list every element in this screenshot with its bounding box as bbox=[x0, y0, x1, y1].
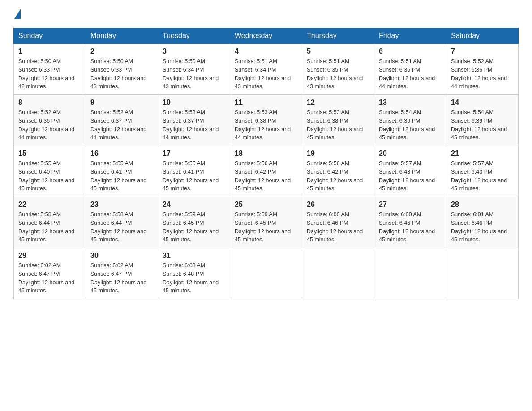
calendar-cell: 7 Sunrise: 5:52 AM Sunset: 6:36 PM Dayli… bbox=[446, 44, 519, 95]
calendar-table: SundayMondayTuesdayWednesdayThursdayFrid… bbox=[13, 28, 519, 299]
day-number: 23 bbox=[90, 201, 153, 209]
day-number: 12 bbox=[307, 98, 369, 107]
day-info: Sunrise: 5:53 AM Sunset: 6:37 PM Dayligh… bbox=[163, 108, 225, 142]
day-info: Sunrise: 5:55 AM Sunset: 6:41 PM Dayligh… bbox=[90, 159, 153, 193]
day-info: Sunrise: 6:00 AM Sunset: 6:46 PM Dayligh… bbox=[379, 210, 442, 244]
weekday-header-row: SundayMondayTuesdayWednesdayThursdayFrid… bbox=[14, 28, 519, 44]
day-number: 24 bbox=[163, 201, 225, 209]
calendar-cell: 13 Sunrise: 5:54 AM Sunset: 6:39 PM Dayl… bbox=[374, 95, 446, 146]
day-info: Sunrise: 5:57 AM Sunset: 6:43 PM Dayligh… bbox=[379, 159, 442, 193]
day-number: 26 bbox=[307, 201, 369, 209]
calendar-cell bbox=[446, 248, 519, 299]
calendar-cell: 31 Sunrise: 6:03 AM Sunset: 6:48 PM Dayl… bbox=[158, 248, 230, 299]
day-info: Sunrise: 5:56 AM Sunset: 6:42 PM Dayligh… bbox=[235, 159, 297, 193]
logo bbox=[13, 9, 21, 19]
day-number: 18 bbox=[235, 150, 297, 158]
day-number: 14 bbox=[451, 98, 514, 107]
day-info: Sunrise: 5:59 AM Sunset: 6:45 PM Dayligh… bbox=[163, 210, 225, 244]
calendar-cell: 16 Sunrise: 5:55 AM Sunset: 6:41 PM Dayl… bbox=[86, 146, 158, 197]
calendar-cell: 10 Sunrise: 5:53 AM Sunset: 6:37 PM Dayl… bbox=[158, 95, 230, 146]
day-info: Sunrise: 5:53 AM Sunset: 6:38 PM Dayligh… bbox=[307, 108, 369, 142]
calendar-cell: 28 Sunrise: 6:01 AM Sunset: 6:46 PM Dayl… bbox=[446, 197, 519, 248]
weekday-header-thursday: Thursday bbox=[302, 28, 374, 44]
page-header bbox=[13, 9, 519, 19]
day-info: Sunrise: 5:51 AM Sunset: 6:35 PM Dayligh… bbox=[307, 57, 369, 91]
day-number: 11 bbox=[235, 98, 297, 107]
day-number: 8 bbox=[18, 98, 81, 107]
day-info: Sunrise: 5:50 AM Sunset: 6:34 PM Dayligh… bbox=[163, 57, 225, 91]
weekday-header-wednesday: Wednesday bbox=[230, 28, 302, 44]
day-info: Sunrise: 5:51 AM Sunset: 6:34 PM Dayligh… bbox=[235, 57, 297, 91]
calendar-cell: 24 Sunrise: 5:59 AM Sunset: 6:45 PM Dayl… bbox=[158, 197, 230, 248]
day-number: 19 bbox=[307, 150, 369, 158]
day-number: 9 bbox=[90, 98, 153, 107]
calendar-cell: 15 Sunrise: 5:55 AM Sunset: 6:40 PM Dayl… bbox=[14, 146, 86, 197]
day-info: Sunrise: 5:58 AM Sunset: 6:44 PM Dayligh… bbox=[18, 210, 81, 244]
calendar-cell bbox=[230, 248, 302, 299]
day-number: 13 bbox=[379, 98, 442, 107]
day-number: 27 bbox=[379, 201, 442, 209]
day-number: 4 bbox=[235, 47, 297, 56]
calendar-cell: 5 Sunrise: 5:51 AM Sunset: 6:35 PM Dayli… bbox=[302, 44, 374, 95]
day-info: Sunrise: 6:03 AM Sunset: 6:48 PM Dayligh… bbox=[163, 261, 225, 295]
calendar-week-row: 22 Sunrise: 5:58 AM Sunset: 6:44 PM Dayl… bbox=[14, 197, 519, 248]
calendar-cell: 9 Sunrise: 5:52 AM Sunset: 6:37 PM Dayli… bbox=[86, 95, 158, 146]
calendar-cell: 11 Sunrise: 5:53 AM Sunset: 6:38 PM Dayl… bbox=[230, 95, 302, 146]
calendar-cell: 29 Sunrise: 6:02 AM Sunset: 6:47 PM Dayl… bbox=[14, 248, 86, 299]
calendar-cell: 4 Sunrise: 5:51 AM Sunset: 6:34 PM Dayli… bbox=[230, 44, 302, 95]
day-info: Sunrise: 5:57 AM Sunset: 6:43 PM Dayligh… bbox=[451, 159, 514, 193]
calendar-cell: 1 Sunrise: 5:50 AM Sunset: 6:33 PM Dayli… bbox=[14, 44, 86, 95]
day-number: 3 bbox=[163, 47, 225, 56]
day-number: 25 bbox=[235, 201, 297, 209]
day-info: Sunrise: 5:51 AM Sunset: 6:35 PM Dayligh… bbox=[379, 57, 442, 91]
calendar-cell: 23 Sunrise: 5:58 AM Sunset: 6:44 PM Dayl… bbox=[86, 197, 158, 248]
day-number: 15 bbox=[18, 150, 81, 158]
calendar-cell bbox=[374, 248, 446, 299]
day-number: 10 bbox=[163, 98, 225, 107]
day-number: 6 bbox=[379, 47, 442, 56]
day-info: Sunrise: 5:55 AM Sunset: 6:41 PM Dayligh… bbox=[163, 159, 225, 193]
calendar-cell bbox=[302, 248, 374, 299]
day-info: Sunrise: 5:53 AM Sunset: 6:38 PM Dayligh… bbox=[235, 108, 297, 142]
logo-triangle-icon bbox=[14, 9, 21, 19]
day-number: 31 bbox=[163, 252, 225, 260]
calendar-cell: 27 Sunrise: 6:00 AM Sunset: 6:46 PM Dayl… bbox=[374, 197, 446, 248]
calendar-cell: 22 Sunrise: 5:58 AM Sunset: 6:44 PM Dayl… bbox=[14, 197, 86, 248]
calendar-cell: 14 Sunrise: 5:54 AM Sunset: 6:39 PM Dayl… bbox=[446, 95, 519, 146]
day-info: Sunrise: 5:54 AM Sunset: 6:39 PM Dayligh… bbox=[451, 108, 514, 142]
calendar-cell: 6 Sunrise: 5:51 AM Sunset: 6:35 PM Dayli… bbox=[374, 44, 446, 95]
day-number: 7 bbox=[451, 47, 514, 56]
day-number: 21 bbox=[451, 150, 514, 158]
day-number: 30 bbox=[90, 252, 153, 260]
calendar-week-row: 1 Sunrise: 5:50 AM Sunset: 6:33 PM Dayli… bbox=[14, 44, 519, 95]
day-info: Sunrise: 6:01 AM Sunset: 6:46 PM Dayligh… bbox=[451, 210, 514, 244]
day-info: Sunrise: 5:58 AM Sunset: 6:44 PM Dayligh… bbox=[90, 210, 153, 244]
day-number: 1 bbox=[18, 47, 81, 56]
calendar-cell: 18 Sunrise: 5:56 AM Sunset: 6:42 PM Dayl… bbox=[230, 146, 302, 197]
calendar-cell: 30 Sunrise: 6:02 AM Sunset: 6:47 PM Dayl… bbox=[86, 248, 158, 299]
day-info: Sunrise: 5:59 AM Sunset: 6:45 PM Dayligh… bbox=[235, 210, 297, 244]
day-info: Sunrise: 5:55 AM Sunset: 6:40 PM Dayligh… bbox=[18, 159, 81, 193]
calendar-week-row: 8 Sunrise: 5:52 AM Sunset: 6:36 PM Dayli… bbox=[14, 95, 519, 146]
day-number: 20 bbox=[379, 150, 442, 158]
day-info: Sunrise: 5:52 AM Sunset: 6:37 PM Dayligh… bbox=[90, 108, 153, 142]
day-number: 5 bbox=[307, 47, 369, 56]
weekday-header-friday: Friday bbox=[374, 28, 446, 44]
calendar-cell: 21 Sunrise: 5:57 AM Sunset: 6:43 PM Dayl… bbox=[446, 146, 519, 197]
day-info: Sunrise: 5:52 AM Sunset: 6:36 PM Dayligh… bbox=[18, 108, 81, 142]
weekday-header-saturday: Saturday bbox=[446, 28, 519, 44]
day-info: Sunrise: 5:50 AM Sunset: 6:33 PM Dayligh… bbox=[90, 57, 153, 91]
day-number: 2 bbox=[90, 47, 153, 56]
day-number: 29 bbox=[18, 252, 81, 260]
calendar-cell: 3 Sunrise: 5:50 AM Sunset: 6:34 PM Dayli… bbox=[158, 44, 230, 95]
calendar-cell: 25 Sunrise: 5:59 AM Sunset: 6:45 PM Dayl… bbox=[230, 197, 302, 248]
calendar-cell: 8 Sunrise: 5:52 AM Sunset: 6:36 PM Dayli… bbox=[14, 95, 86, 146]
calendar-week-row: 29 Sunrise: 6:02 AM Sunset: 6:47 PM Dayl… bbox=[14, 248, 519, 299]
calendar-cell: 19 Sunrise: 5:56 AM Sunset: 6:42 PM Dayl… bbox=[302, 146, 374, 197]
calendar-cell: 17 Sunrise: 5:55 AM Sunset: 6:41 PM Dayl… bbox=[158, 146, 230, 197]
day-info: Sunrise: 5:52 AM Sunset: 6:36 PM Dayligh… bbox=[451, 57, 514, 91]
day-info: Sunrise: 5:54 AM Sunset: 6:39 PM Dayligh… bbox=[379, 108, 442, 142]
day-info: Sunrise: 6:00 AM Sunset: 6:46 PM Dayligh… bbox=[307, 210, 369, 244]
calendar-cell: 20 Sunrise: 5:57 AM Sunset: 6:43 PM Dayl… bbox=[374, 146, 446, 197]
day-info: Sunrise: 5:56 AM Sunset: 6:42 PM Dayligh… bbox=[307, 159, 369, 193]
